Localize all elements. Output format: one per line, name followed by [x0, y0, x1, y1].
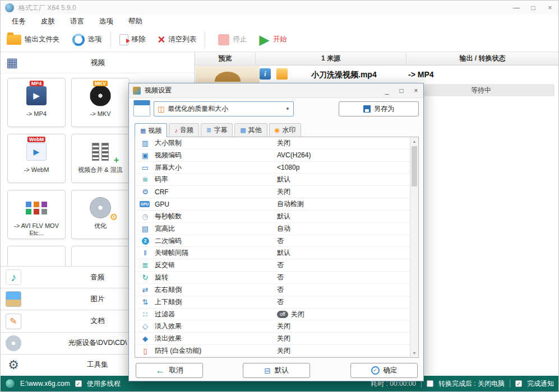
- setting-label: 视频编码: [155, 151, 277, 160]
- setting-size-limit[interactable]: ▥ 大小限制 关闭: [135, 137, 410, 150]
- column-preview[interactable]: 预览: [195, 52, 256, 65]
- menu-tasks[interactable]: 任务: [12, 17, 26, 26]
- output-folder-button[interactable]: 输出文件夹: [1, 29, 66, 50]
- stop-label: 停止: [233, 35, 247, 44]
- tab-subtitle[interactable]: ≣ 字幕: [201, 123, 233, 137]
- scroll-up-icon[interactable]: ▲: [410, 137, 418, 146]
- info-icon[interactable]: i: [260, 68, 271, 80]
- setting-rotate[interactable]: ↻ 旋转 否: [135, 272, 410, 284]
- stop-button[interactable]: 停止: [212, 29, 253, 50]
- setting-value: 关闭: [277, 138, 290, 148]
- options-button[interactable]: 选项: [66, 29, 108, 50]
- tile-optimize[interactable]: ⚙ 优化: [71, 190, 130, 239]
- output-folder-label: 输出文件夹: [25, 35, 60, 44]
- dialog-maximize-button[interactable]: □: [394, 85, 409, 96]
- menu-bar: 任务 皮肤 语言 选项 帮助: [1, 15, 558, 27]
- setting-label: 每秒帧数: [155, 212, 277, 221]
- notify-label[interactable]: 完成通知: [527, 379, 554, 389]
- cancel-button[interactable]: ← 取消: [136, 363, 203, 378]
- profile-selected-value: 最优化的质量和大小: [168, 104, 282, 114]
- tab-audio[interactable]: ♪ 音频: [169, 123, 199, 137]
- setting-flip-horizontal[interactable]: ⇄ 左右颠倒 否: [135, 284, 410, 296]
- start-button[interactable]: ▶ 开始: [253, 29, 293, 50]
- setting-label: 屏幕大小: [155, 163, 277, 172]
- menu-help[interactable]: 帮助: [128, 17, 142, 26]
- multithread-checkbox[interactable]: ✓: [75, 380, 82, 387]
- setting-filter[interactable]: ∷ 过滤器 off 关闭: [135, 309, 410, 321]
- tab-other[interactable]: ▩ 其他: [234, 123, 267, 137]
- two-pass-icon: 2: [142, 237, 149, 245]
- tile-partial[interactable]: [71, 246, 130, 266]
- webm-badge: WebM: [27, 137, 45, 142]
- setting-stabilize[interactable]: ▯ 防抖 (白金功能) 关闭: [135, 345, 410, 357]
- close-button[interactable]: ×: [542, 1, 558, 15]
- film-strip-icon: [101, 143, 109, 161]
- remove-button[interactable]: 移除: [113, 29, 152, 50]
- minimize-button[interactable]: —: [508, 1, 525, 15]
- tile-mp4[interactable]: MP4 ▶ -> MP4: [7, 78, 66, 127]
- shutdown-after-label[interactable]: 转换完成后 : 关闭电脑: [438, 379, 505, 389]
- watermark-drop-icon: ◉: [275, 127, 280, 134]
- setting-gpu[interactable]: GPU GPU 自动检测: [135, 198, 410, 211]
- settings-scrollbar[interactable]: ▲ ▼: [410, 137, 418, 357]
- quality-profile-dropdown[interactable]: ◫ 最优化的质量和大小 ▼: [154, 101, 294, 116]
- notify-checkbox[interactable]: ✓: [515, 380, 522, 387]
- save-as-button[interactable]: 另存为: [339, 101, 419, 116]
- setting-screen-size[interactable]: ▭ 屏幕大小 <1080p: [135, 162, 410, 174]
- setting-fade-out[interactable]: ◆ 淡出效果 关闭: [135, 333, 410, 345]
- open-folder-icon[interactable]: [276, 68, 288, 80]
- setting-label: GPU: [155, 200, 277, 208]
- setting-deinterlace[interactable]: ≣ 反交错 否: [135, 259, 410, 272]
- setting-bitrate[interactable]: ≋ 码率 默认: [135, 174, 410, 186]
- status-path: E:\www.x6g.com: [20, 380, 70, 388]
- dialog-minimize-button[interactable]: _: [380, 85, 394, 96]
- tile-avi-flv-mov[interactable]: -> AVI FLV MOV Etc...: [7, 190, 66, 239]
- ok-button[interactable]: ✓ 确定: [350, 363, 418, 378]
- shutdown-after-checkbox[interactable]: [427, 380, 433, 387]
- clear-list-button[interactable]: × 清空列表: [152, 29, 203, 50]
- scroll-down-icon[interactable]: ▼: [410, 349, 418, 357]
- filter-off-toggle[interactable]: off: [277, 311, 288, 318]
- profile-icon: [133, 100, 150, 116]
- setting-flip-vertical[interactable]: ⇅ 上下颠倒 否: [135, 296, 410, 309]
- maximize-button[interactable]: □: [525, 1, 542, 15]
- multithread-label[interactable]: 使用多线程: [87, 379, 121, 389]
- status-separator: [510, 380, 510, 388]
- setting-value: 否: [277, 297, 284, 307]
- window-title: 格式工厂 X64 5.9.0: [19, 3, 76, 13]
- setting-fade-in[interactable]: ◇ 淡入效果 关闭: [135, 320, 410, 333]
- deinterlace-icon: ≣: [140, 261, 151, 269]
- column-source[interactable]: 1 来源: [256, 52, 406, 65]
- remove-file-icon: [119, 34, 128, 45]
- setting-fps[interactable]: ◷ 每秒帧数 默认: [135, 211, 410, 223]
- setting-crf[interactable]: ⚙ CRF 关闭: [135, 186, 410, 198]
- menu-options[interactable]: 选项: [99, 17, 113, 26]
- column-output-status[interactable]: 输出 / 转换状态: [406, 52, 558, 65]
- default-button[interactable]: ⊟ 默认: [243, 363, 310, 378]
- stop-icon: [218, 34, 229, 45]
- setting-video-encoder[interactable]: ▣ 视频编码 AVC(H264): [135, 150, 410, 162]
- tile-webm[interactable]: WebM ▶ -> WebM: [7, 134, 66, 183]
- default-label: 默认: [275, 366, 289, 375]
- status-app-icon: [5, 379, 15, 389]
- tile-mkv[interactable]: MKV -> MKV: [71, 78, 130, 127]
- setting-aspect-ratio[interactable]: ▤ 宽高比 自动: [135, 223, 410, 235]
- video-section-header[interactable]: ▦ 视频: [1, 52, 195, 73]
- tile-partial[interactable]: [7, 246, 66, 266]
- menu-skin[interactable]: 皮肤: [41, 17, 55, 26]
- mkv-badge: MKV: [93, 81, 108, 86]
- dialog-title-bar[interactable]: 视频设置 _ □ ×: [129, 83, 423, 98]
- fps-clock-icon: ◷: [140, 212, 151, 221]
- menu-language[interactable]: 语言: [70, 17, 84, 26]
- dialog-close-button[interactable]: ×: [409, 85, 423, 96]
- tile-video-merge[interactable]: + 视频合并 & 混流: [71, 134, 130, 183]
- setting-keyframe-interval[interactable]: ‖ 关键帧间隔 默认: [135, 247, 410, 259]
- tab-video[interactable]: ▦ 视频: [135, 123, 167, 137]
- arrow-text: ->: [408, 70, 415, 79]
- merge-plus-icon: +: [114, 155, 119, 165]
- scrollbar-thumb[interactable]: [412, 146, 417, 186]
- tile-caption: -> MKV: [72, 110, 129, 118]
- film-strip-icon: ▦: [6, 55, 18, 70]
- tab-watermark[interactable]: ◉ 水印: [269, 123, 302, 137]
- setting-two-pass[interactable]: 2 二次编码 否: [135, 235, 410, 248]
